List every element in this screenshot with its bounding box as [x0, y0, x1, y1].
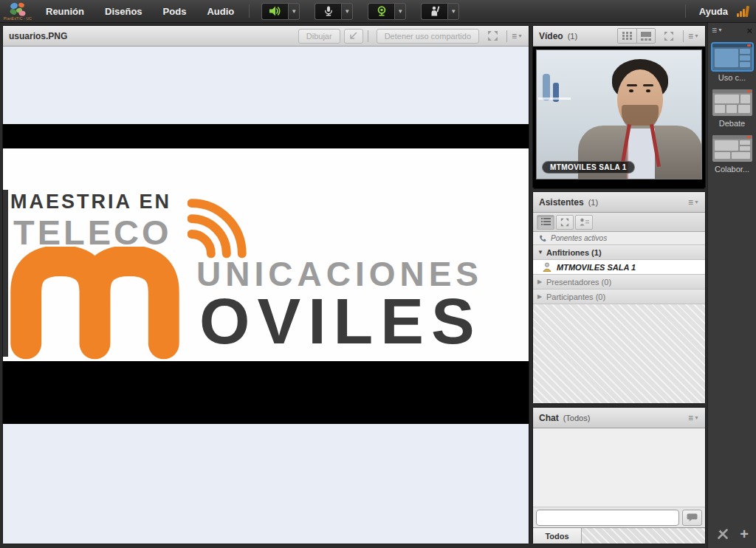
logo-wifi-arcs [188, 194, 248, 259]
video-pod-header: Vídeo (1) [533, 26, 705, 47]
speaker-control: ▼ [261, 3, 300, 20]
video-pod-title: Vídeo [539, 31, 563, 41]
layout-label-uso-compartido: Uso c... [718, 73, 746, 82]
connection-status-icon[interactable] [737, 5, 749, 17]
raise-hand-control: ▼ [421, 3, 459, 20]
menu-disenos[interactable]: Diseños [94, 0, 153, 23]
app-logo-caption: PlanEsTIC - UC [4, 17, 32, 21]
menu-pods[interactable]: Pods [153, 0, 197, 23]
host-user-icon [542, 262, 552, 272]
microphone-button[interactable] [315, 3, 341, 20]
fullscreen-button[interactable] [483, 29, 502, 44]
share-pod: usuarios.PNG Dibujar Detener uso compart… [2, 25, 529, 544]
group-presentadores[interactable]: ▶ Presentadores (0) [533, 275, 705, 290]
chat-tab-todos[interactable]: Todos [533, 528, 582, 544]
layout-thumb-colaboracion[interactable] [712, 135, 752, 162]
grid-view-button[interactable] [618, 29, 636, 43]
maestria-logo: MAESTRIA EN TELECO UNICACIONES OVILES [3, 148, 529, 361]
pointer-button[interactable] [344, 29, 363, 44]
thumb-dot [747, 44, 751, 47]
attendee-row-host[interactable]: MTMOVILES SALA 1 [533, 260, 705, 275]
share-pod-header: usuarios.PNG Dibujar Detener uso compart… [3, 26, 529, 47]
logo-text-oviles: OVILES [199, 287, 482, 355]
menu-audio[interactable]: Audio [196, 0, 244, 23]
help-menu[interactable]: Ayuda [690, 6, 737, 17]
workspace: usuarios.PNG Dibujar Detener uso compart… [0, 23, 756, 548]
thumb-dot [747, 136, 751, 138]
chat-pod-title: Chat [539, 413, 559, 423]
group-anfitriones[interactable]: ▼ Anfitriones (1) [533, 245, 705, 260]
person-eye [646, 89, 650, 92]
attendees-pod: Asistentes (1) ≡▼ [532, 191, 706, 404]
group-presentadores-label: Presentadores (0) [546, 278, 611, 287]
logo-text-maestria-en: MAESTRIA EN [10, 191, 171, 213]
menu-reunion[interactable]: Reunión [35, 0, 94, 23]
webcam-control: ▼ [368, 3, 406, 20]
chat-pod-scope: (Todos) [563, 414, 591, 422]
chat-send-button[interactable] [682, 510, 702, 526]
video-pod-menu-button[interactable]: ≡▼ [688, 32, 699, 41]
microphone-dropdown[interactable]: ▼ [341, 3, 353, 20]
attendees-pod-menu-button[interactable]: ≡▼ [688, 198, 699, 207]
chat-pod-menu-button[interactable]: ≡▼ [688, 414, 699, 422]
person-brow [627, 84, 637, 86]
group-participantes[interactable]: ▶ Participantes (0) [533, 290, 705, 304]
layout-bar-top: ≡▼ × [708, 23, 756, 36]
video-fullscreen-button[interactable] [659, 29, 678, 44]
collapse-icon[interactable]: ▼ [537, 249, 546, 256]
layout-item-debate[interactable]: Debate [708, 89, 756, 128]
chat-pod-header: Chat (Todos) ≡▼ [533, 408, 705, 428]
raise-hand-button[interactable] [421, 3, 447, 20]
layout-bar: ≡▼ × Uso c... [707, 23, 756, 548]
video-fullscreen-icon [664, 31, 674, 41]
raise-hand-dropdown[interactable]: ▼ [447, 3, 459, 20]
filmstrip-view-button[interactable] [636, 29, 655, 43]
raise-hand-icon [429, 5, 441, 17]
filmstrip-view-icon [641, 32, 651, 41]
logo-m-shape [7, 247, 196, 361]
active-speakers-row: Ponentes activos [533, 232, 705, 245]
layout-item-uso-compartido[interactable]: Uso c... [708, 44, 756, 82]
stop-share-button[interactable]: Detener uso compartido [377, 29, 479, 44]
layout-thumb-debate[interactable] [712, 89, 752, 116]
add-layout-button[interactable]: + [740, 527, 749, 541]
shared-image-usuarios-png: MAESTRIA EN TELECO UNICACIONES OVILES [3, 47, 529, 544]
logo-black-bar-top [3, 124, 529, 148]
layout-tools-icon[interactable] [716, 527, 729, 541]
layout-item-colaboracion[interactable]: Colabor... [708, 135, 756, 174]
phone-icon [537, 234, 547, 243]
share-pod-menu-button[interactable]: ≡▼ [512, 32, 523, 41]
speaker-button[interactable] [261, 3, 288, 20]
draw-button[interactable]: Dibujar [298, 29, 340, 44]
video-pod-count: (1) [568, 32, 577, 41]
microphone-control: ▼ [315, 3, 353, 20]
share-header-separator [368, 30, 368, 42]
attendee-status-view-button[interactable] [575, 215, 593, 230]
background-object [543, 74, 550, 100]
chat-message-input[interactable] [536, 510, 679, 526]
list-view-icon [541, 218, 551, 226]
fullscreen-icon [487, 30, 498, 41]
host-name: MTMOVILES SALA 1 [557, 263, 636, 272]
menubar: PlanEsTIC - UC Reunión Diseños Pods Audi… [0, 0, 756, 23]
breakout-view-button[interactable] [556, 215, 574, 230]
share-pod-title: usuarios.PNG [9, 31, 67, 41]
webcam-name-badge: MTMOVILES SALA 1 [542, 161, 635, 174]
attendees-empty-area [533, 304, 705, 403]
grid-view-icon [622, 32, 632, 40]
person-brow [643, 84, 653, 86]
attendee-list-view-button[interactable] [537, 215, 554, 230]
layout-label-colaboracion: Colabor... [715, 165, 749, 174]
active-speakers-label: Ponentes activos [551, 234, 607, 242]
layout-bar-close-icon[interactable]: × [746, 26, 752, 35]
layout-thumb-uso-compartido[interactable] [712, 44, 752, 70]
webcam-dropdown[interactable]: ▼ [394, 3, 406, 20]
video-header-separator [683, 30, 684, 42]
expand-icon[interactable]: ▶ [537, 293, 546, 300]
speaker-dropdown[interactable]: ▼ [288, 3, 300, 20]
webcam-icon [376, 5, 388, 17]
attendees-pod-title: Asistentes [539, 197, 584, 208]
layout-bar-menu-button[interactable]: ≡▼ [712, 26, 723, 35]
webcam-button[interactable] [368, 3, 394, 20]
expand-icon[interactable]: ▶ [537, 278, 546, 285]
